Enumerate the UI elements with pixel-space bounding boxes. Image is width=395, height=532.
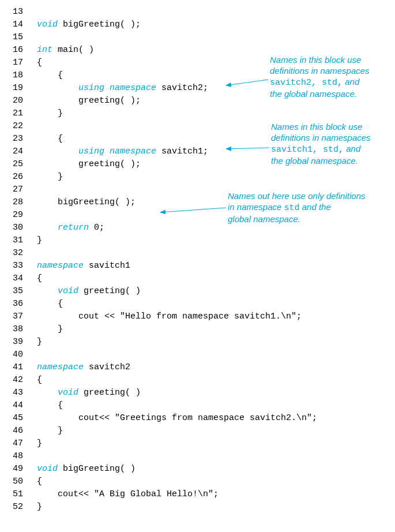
code-line: 21 }	[0, 107, 395, 120]
code-content: }	[37, 437, 395, 450]
code-content	[37, 349, 395, 361]
annotation-text: Names in this block use	[271, 121, 371, 132]
code-line: 46 }	[0, 425, 395, 437]
line-number: 19	[0, 82, 37, 95]
code-content: }	[37, 171, 395, 183]
code-content: cout<< "Greetings from namespace savitch…	[37, 412, 395, 425]
code-token: }	[37, 439, 42, 448]
code-content: }	[37, 234, 395, 247]
keyword-token: namespace	[37, 261, 84, 271]
code-token: {	[37, 477, 42, 486]
code-line: 48	[0, 450, 395, 463]
code-token: greeting( );	[78, 96, 141, 106]
keyword-token: namespace	[37, 362, 84, 372]
line-number: 14	[0, 18, 37, 31]
code-line: 51 cout<< "A Big Global Hello!\n";	[0, 488, 395, 501]
code-line: 47}	[0, 437, 395, 450]
annotation-text: savitch2, std, and	[270, 76, 370, 88]
code-content: namespace savitch1	[37, 260, 395, 272]
code-content: void bigGreeting( )	[37, 463, 395, 475]
code-line: 49void bigGreeting( )	[0, 463, 395, 475]
code-content: {	[37, 298, 395, 310]
annotation-savitch2: Names in this block use definitions in n…	[270, 54, 370, 99]
line-number: 26	[0, 171, 37, 183]
code-token: }	[58, 324, 63, 334]
keyword-token: using namespace	[78, 83, 156, 93]
code-token: {	[37, 58, 42, 68]
code-content: {	[37, 399, 395, 412]
line-number: 38	[0, 323, 37, 336]
keyword-token: void	[37, 20, 58, 29]
keyword-token: void	[58, 388, 78, 398]
code-line: 35 void greeting( )	[0, 285, 395, 298]
annotation-text: the global namespace.	[271, 155, 371, 166]
annotation-text: and	[344, 144, 360, 153]
line-number: 24	[0, 145, 37, 158]
code-token: main( )	[52, 45, 94, 55]
line-number: 21	[0, 107, 37, 120]
annotation-text: and the	[300, 202, 331, 212]
code-token: {	[58, 70, 63, 80]
code-content: void greeting( )	[37, 285, 395, 298]
code-line: 40	[0, 349, 395, 361]
line-number: 44	[0, 399, 37, 412]
code-line: 45 cout<< "Greetings from namespace savi…	[0, 412, 395, 425]
code-token: {	[37, 274, 42, 283]
line-number: 20	[0, 95, 37, 107]
annotation-text: definitions in namespaces	[271, 132, 371, 143]
code-content: {	[37, 272, 395, 285]
line-number: 47	[0, 437, 37, 450]
code-line: 38 }	[0, 323, 395, 336]
keyword-token: void	[58, 286, 78, 296]
code-line: 34{	[0, 272, 395, 285]
code-line: 37 cout << "Hello from namespace savitch…	[0, 310, 395, 323]
code-line: 42{	[0, 374, 395, 387]
line-number: 35	[0, 285, 37, 298]
code-token: bigGreeting( )	[58, 464, 136, 474]
code-token: {	[37, 375, 42, 385]
line-number: 30	[0, 222, 37, 234]
code-token: savitch2;	[156, 83, 208, 93]
code-line: 39}	[0, 336, 395, 349]
annotation-mono: savitch2, std,	[270, 78, 343, 88]
code-token: savitch1;	[156, 147, 208, 156]
code-content: void bigGreeting( );	[37, 18, 395, 31]
code-line: 14void bigGreeting( );	[0, 18, 395, 31]
code-token: greeting( )	[78, 286, 141, 296]
code-content: cout << "Hello from namespace savitch1.\…	[37, 310, 395, 323]
annotation-text: Names out here use only definitions	[228, 190, 365, 201]
code-line: 44 {	[0, 399, 395, 412]
code-line: 32	[0, 247, 395, 260]
line-number: 25	[0, 158, 37, 171]
line-number: 41	[0, 361, 37, 374]
code-token: savitch2	[84, 362, 130, 372]
code-line: 26 }	[0, 171, 395, 183]
line-number: 51	[0, 488, 37, 501]
annotation-text: in namespace std and the	[228, 201, 365, 213]
keyword-token: int	[37, 45, 52, 55]
annotation-text: the global namespace.	[270, 88, 370, 99]
code-content: void greeting( )	[37, 387, 395, 399]
code-content: }	[37, 425, 395, 437]
line-number: 17	[0, 57, 37, 69]
code-token: greeting( );	[78, 159, 141, 169]
code-line: 50{	[0, 475, 395, 488]
line-number: 22	[0, 120, 37, 133]
code-token: cout << "Hello from namespace savitch1.\…	[78, 312, 302, 321]
annotation-text: definitions in namespaces	[270, 65, 370, 76]
code-line: 15	[0, 31, 395, 44]
annotation-text: savitch1, std, and	[271, 143, 371, 155]
line-number: 49	[0, 463, 37, 475]
line-number: 34	[0, 272, 37, 285]
code-content: cout<< "A Big Global Hello!\n";	[37, 488, 395, 501]
keyword-token: void	[37, 464, 58, 474]
line-number: 29	[0, 209, 37, 222]
code-content: }	[37, 336, 395, 349]
line-number: 43	[0, 387, 37, 399]
code-token: }	[58, 426, 63, 436]
line-number: 32	[0, 247, 37, 260]
code-token: {	[58, 400, 63, 410]
keyword-token: return	[58, 223, 89, 233]
annotation-text: global namespace.	[228, 213, 365, 224]
line-number: 18	[0, 69, 37, 82]
